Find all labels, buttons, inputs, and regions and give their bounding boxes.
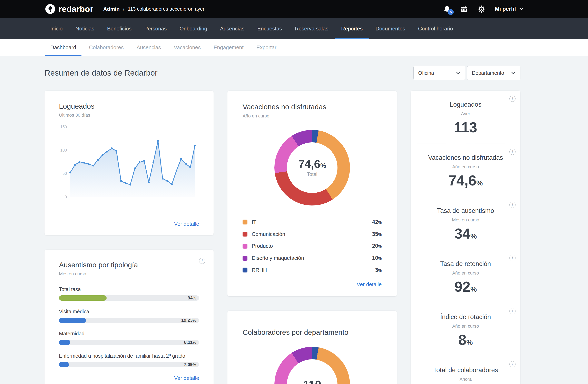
- bar-track: 8,11%: [59, 340, 199, 345]
- department-filter-select[interactable]: Departamento: [467, 66, 520, 80]
- brand-name: redarbor: [59, 4, 93, 14]
- subnav-item-engagement[interactable]: Engagement: [208, 39, 249, 56]
- breadcrumb-text: 113 colaboradores accedieron ayer: [128, 6, 204, 12]
- bar-track: 7,09%: [59, 362, 199, 367]
- info-icon[interactable]: i: [509, 308, 516, 314]
- kpi-subtitle: Año en curso: [420, 323, 511, 329]
- kpi-value: 8%: [420, 332, 511, 348]
- kpi-title: Índice de rotación: [420, 313, 511, 321]
- nav-item-inicio[interactable]: Inicio: [44, 18, 69, 39]
- card-title: Colaboradores por departamento: [243, 328, 382, 336]
- info-icon[interactable]: i: [509, 96, 516, 102]
- legend-label: RRHH: [252, 267, 375, 273]
- bar-value: 7,09%: [184, 362, 196, 367]
- subnav-item-vacaciones[interactable]: Vacaciones: [168, 39, 206, 56]
- kpi-summary-card: i Logueados Ayer 113 i Vacaciones no dis…: [411, 91, 520, 384]
- y-axis-labels: 150 100 50 0: [59, 127, 70, 197]
- legend-item: Diseño y maquetación 10%: [243, 252, 382, 264]
- line-chart-svg: [70, 127, 195, 197]
- ver-detalle-link[interactable]: Ver detalle: [59, 221, 199, 227]
- ausentismo-card: i Ausentismo por tipología Mes en curso …: [44, 250, 213, 384]
- nav-item-noticias[interactable]: Noticias: [69, 18, 101, 39]
- nav-item-ausencias[interactable]: Ausencias: [213, 18, 251, 39]
- breadcrumb-section: Admin: [103, 6, 120, 12]
- kpi-title: Vacaciones no disfrutadas: [420, 154, 511, 162]
- kpi-title: Tasa de ausentismo: [420, 207, 511, 215]
- breadcrumb-separator: /: [123, 6, 125, 12]
- legend-value: 10%: [372, 255, 382, 261]
- bar-row: Total tasa 34%: [59, 286, 199, 301]
- profile-menu[interactable]: Mi perfil: [495, 6, 524, 12]
- bar-fill: [59, 340, 70, 345]
- card-subtitle: Mes en curso: [59, 271, 199, 277]
- gear-icon: [478, 5, 485, 13]
- info-icon[interactable]: i: [509, 361, 516, 367]
- info-icon[interactable]: i: [509, 202, 516, 208]
- bar-label: Maternidad: [59, 331, 199, 337]
- brand-logo[interactable]: redarbor: [45, 4, 93, 14]
- bar-value: 19,23%: [181, 318, 196, 323]
- nav-item-reserva-salas[interactable]: Reserva salas: [289, 18, 335, 39]
- nav-item-reportes[interactable]: Reportes: [335, 18, 369, 39]
- kpi-rotacion: i Índice de rotación Año en curso 8%: [411, 303, 520, 356]
- legend-swatch: [243, 256, 248, 261]
- departamento-card: Colaboradores por departamento 110: [228, 311, 397, 384]
- reports-subnav: Dashboard Colaboradores Ausencias Vacaci…: [0, 39, 588, 56]
- calendar-button[interactable]: [461, 5, 468, 13]
- bar-track: 34%: [59, 295, 199, 301]
- bar-label: Enfermedad u hospitalización de familiar…: [59, 353, 199, 359]
- main-navigation: Inicio Noticias Beneficios Personas Onbo…: [0, 18, 588, 39]
- legend-swatch: [243, 244, 248, 249]
- kpi-title: Tasa de retención: [420, 260, 511, 268]
- info-icon[interactable]: i: [199, 258, 205, 264]
- donut-legend: IT 42% Comunicación 35% Producto 20%: [243, 216, 382, 276]
- kpi-title: Total de colaboradores: [420, 366, 511, 374]
- nav-item-control-horario[interactable]: Control horario: [412, 18, 459, 39]
- bar-track: 19,23%: [59, 318, 199, 323]
- kpi-ausentismo: i Tasa de ausentismo Mes en curso 34%: [411, 197, 520, 250]
- legend-item: Comunicación 35%: [243, 228, 382, 240]
- logueados-line-chart: 150 100 50 0: [59, 127, 199, 197]
- notifications-button[interactable]: 5: [443, 5, 451, 13]
- kpi-subtitle: Mes en curso: [420, 217, 511, 223]
- topbar: redarbor Admin / 113 colaboradores acced…: [0, 0, 588, 18]
- legend-label: IT: [252, 219, 372, 225]
- legend-label: Comunicación: [252, 231, 372, 237]
- ver-detalle-link[interactable]: Ver detalle: [59, 375, 199, 381]
- settings-button[interactable]: [478, 5, 485, 13]
- kpi-value: 92%: [420, 279, 511, 295]
- nav-item-personas[interactable]: Personas: [138, 18, 173, 39]
- ausentismo-bar-chart: Total tasa 34% Visita médica 19,23%: [59, 286, 199, 367]
- vacaciones-donut-chart: 74,6% Total: [274, 130, 350, 206]
- subnav-item-ausencias[interactable]: Ausencias: [131, 39, 166, 56]
- legend-value: 42%: [372, 219, 382, 225]
- legend-item: RRHH 3%: [243, 264, 382, 276]
- subnav-item-dashboard[interactable]: Dashboard: [45, 39, 82, 56]
- legend-label: Diseño y maquetación: [252, 255, 372, 261]
- legend-swatch: [243, 232, 248, 236]
- kpi-retencion: i Tasa de retención Año en curso 92%: [411, 250, 520, 303]
- nav-item-onboarding[interactable]: Onboarding: [173, 18, 213, 39]
- info-icon[interactable]: i: [509, 149, 516, 155]
- nav-item-encuestas[interactable]: Encuestas: [251, 18, 289, 39]
- nav-item-documentos[interactable]: Documentos: [369, 18, 412, 39]
- bar-fill: [59, 362, 69, 367]
- subnav-item-colaboradores[interactable]: Colaboradores: [84, 39, 129, 56]
- card-title: Vacaciones no disfrutadas: [243, 103, 382, 111]
- kpi-value: 113: [420, 120, 511, 135]
- bar-row: Visita médica 19,23%: [59, 309, 199, 323]
- info-icon[interactable]: i: [509, 255, 516, 261]
- nav-item-beneficios[interactable]: Beneficios: [101, 18, 138, 39]
- ver-detalle-link[interactable]: Ver detalle: [243, 281, 382, 287]
- legend-item: Producto 20%: [243, 240, 382, 252]
- legend-value: 3%: [375, 267, 382, 273]
- legend-swatch: [243, 220, 248, 224]
- card-title: Ausentismo por tipología: [59, 261, 199, 269]
- chevron-down-icon: [519, 8, 524, 11]
- vacaciones-card: Vacaciones no disfrutadas Año en curso 7…: [228, 91, 397, 296]
- office-filter-select[interactable]: Oficina: [413, 66, 465, 80]
- kpi-subtitle: Ahora: [420, 377, 511, 382]
- bar-row: Maternidad 8,11%: [59, 331, 199, 345]
- subnav-item-exportar[interactable]: Exportar: [251, 39, 282, 56]
- donut-center: 110: [287, 359, 337, 384]
